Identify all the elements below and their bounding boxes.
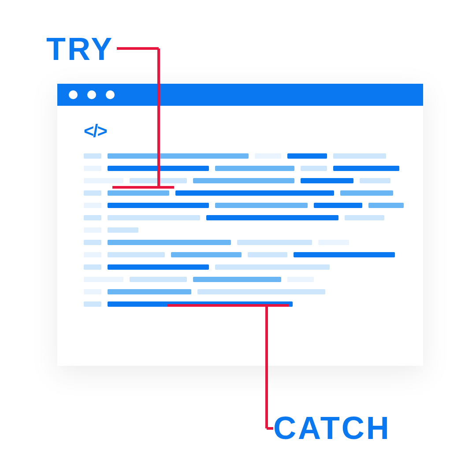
window-dot-icon [69,90,78,99]
code-row [84,289,405,294]
window-titlebar [57,84,423,106]
code-area: </> [84,121,405,314]
code-row [84,190,405,196]
code-row [84,277,405,282]
window-dot-icon [87,90,96,99]
code-row [84,153,405,159]
code-tag-icon: </> [84,121,107,141]
try-label: TRY [46,31,114,67]
code-row [84,203,405,208]
code-row [84,240,405,245]
code-row [84,301,405,307]
code-row [84,215,405,220]
window-dot-icon [106,90,115,99]
code-window: </> [57,84,423,366]
code-row [84,264,405,270]
code-row [84,252,405,257]
code-row [84,166,405,171]
catch-label: CATCH [273,410,391,446]
code-row [84,178,405,183]
code-row [84,227,405,233]
